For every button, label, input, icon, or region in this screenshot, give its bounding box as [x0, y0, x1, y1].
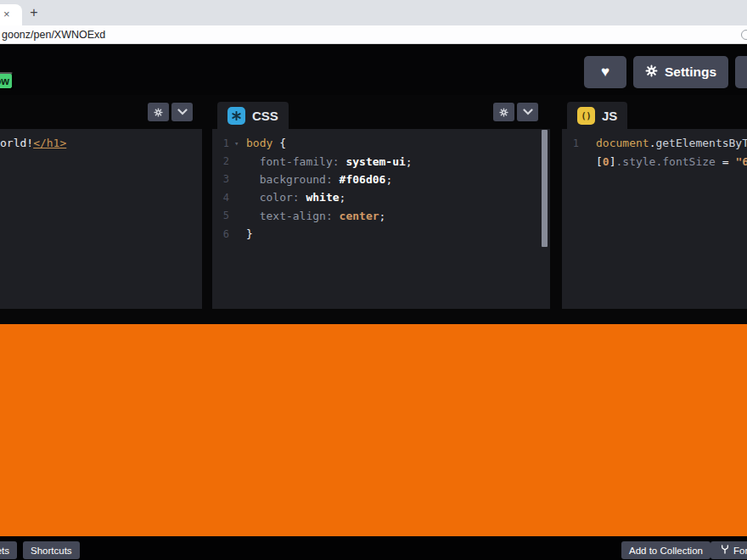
css-icon [227, 107, 245, 125]
codepen-window: × + goonz/pen/XWNOExd Follow ♥ Settings [0, 0, 747, 560]
new-tab-button[interactable]: + [26, 5, 42, 20]
js-editor[interactable]: 1document.getElementsByT[0].style.fontSi… [562, 129, 747, 309]
html-editor-panel: orld!</h1> [0, 95, 202, 309]
fork-label: Fork [733, 546, 747, 556]
heart-icon: ♥ [601, 64, 609, 81]
chevron-down-icon [523, 109, 533, 115]
css-editor-scrollbar[interactable] [542, 130, 548, 247]
settings-label: Settings [665, 64, 716, 80]
css-tab-label: CSS [252, 109, 278, 123]
editor-area: orld!</h1> CSS [0, 95, 747, 324]
css-editor[interactable]: 1▾body {2 font-family: system-ui;3 backg… [212, 129, 550, 309]
settings-button[interactable]: Settings [633, 56, 728, 88]
css-panel-gear-button[interactable] [493, 103, 514, 121]
css-editor-panel: CSS [212, 95, 550, 309]
codepen-header: Follow ♥ Settings [0, 44, 747, 95]
add-to-collection-button[interactable]: Add to Collection [621, 541, 710, 559]
css-panel-header: CSS [212, 95, 550, 129]
url-text: goonz/pen/XWNOExd [2, 29, 105, 41]
fork-button[interactable]: Fork [710, 541, 747, 559]
like-button[interactable]: ♥ [584, 56, 626, 88]
header-more-button[interactable] [735, 56, 747, 88]
html-panel-header [0, 95, 202, 129]
js-editor-panel: () JS 1document.getElementsByT[0].style.… [562, 95, 747, 309]
tab-css[interactable]: CSS [217, 102, 289, 129]
js-panel-header: () JS [562, 95, 747, 129]
fork-icon [721, 545, 729, 556]
html-editor[interactable]: orld!</h1> [0, 129, 202, 309]
preview-pane: Hello World! [0, 324, 747, 536]
tab-js[interactable]: () JS [567, 102, 627, 129]
shortcuts-button[interactable]: Shortcuts [23, 541, 80, 559]
js-tab-label: JS [602, 109, 617, 123]
browser-tab-strip: × + [0, 0, 747, 25]
bookmark-icon[interactable] [741, 30, 747, 40]
url-bar[interactable]: goonz/pen/XWNOExd [0, 25, 747, 44]
follow-button[interactable]: Follow [0, 72, 14, 90]
js-icon: () [577, 107, 595, 125]
html-panel-gear-button[interactable] [148, 103, 169, 121]
css-panel-collapse-button[interactable] [517, 103, 538, 121]
assets-button[interactable]: Assets [0, 541, 17, 559]
editor-footer: Assets Shortcuts Add to Collection Fork [0, 536, 747, 560]
gear-icon [645, 64, 658, 81]
browser-tab[interactable]: × [0, 4, 22, 25]
chevron-down-icon [177, 109, 188, 115]
html-panel-collapse-button[interactable] [171, 103, 193, 121]
close-tab-icon[interactable]: × [3, 8, 10, 20]
